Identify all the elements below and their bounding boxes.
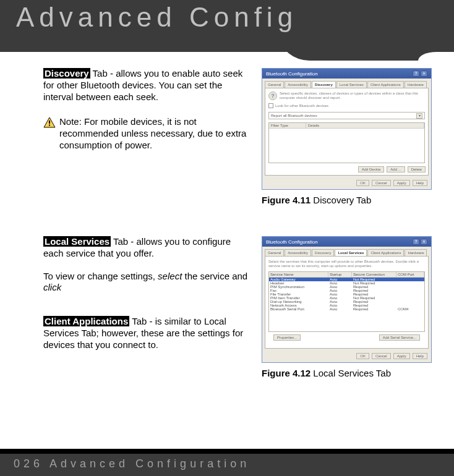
dialog-discovery: Bluetooth Configuration ? × General Acce… bbox=[262, 68, 432, 190]
dialog-footer: OK Cancel Apply Help bbox=[262, 178, 431, 189]
warning-icon bbox=[43, 117, 56, 128]
services-header: Service Name Startup Secure Connection C… bbox=[269, 272, 424, 278]
tab-local-services: Local Services bbox=[336, 81, 367, 88]
dialog-hint: ? Select specific devices, classes of de… bbox=[268, 91, 425, 100]
page-header: Advanced Config bbox=[0, 0, 454, 52]
combo-report: Report all Bluetooth devices ▾ bbox=[268, 112, 425, 119]
add-device-button: Add Device bbox=[358, 166, 385, 172]
dialog-footer-2: OK Cancel Apply Help bbox=[262, 351, 431, 362]
dialog-title-text: Bluetooth Configuration bbox=[266, 71, 318, 77]
col-details: Details bbox=[306, 123, 424, 128]
filter-list: Filter Type Details bbox=[268, 122, 425, 163]
help-icon: ? bbox=[413, 70, 419, 77]
local-paragraph: Local Services Tab - allows you to confi… bbox=[43, 236, 231, 258]
section-discovery: Discovery Tab - allows you to enable aut… bbox=[43, 68, 439, 205]
close-icon: × bbox=[421, 70, 427, 77]
instr-click: click bbox=[43, 282, 61, 292]
local-instruction: To view or change settings, select the s… bbox=[43, 271, 251, 294]
dialog-titlebar: Bluetooth Configuration ? × bbox=[262, 69, 431, 79]
svg-rect-2 bbox=[49, 125, 50, 126]
tab-general: General bbox=[265, 81, 284, 88]
figure-caption-local: Figure 4.12 Local Services Tab bbox=[262, 368, 432, 378]
help-button-2: Help bbox=[413, 353, 427, 359]
tab-accessibility: Accessibility bbox=[285, 81, 311, 88]
tab-discovery-2: Discovery bbox=[312, 249, 334, 256]
dialog-tabs-2: General Accessibility Discovery Local Se… bbox=[262, 247, 431, 256]
local-tag: Local Services bbox=[43, 236, 111, 247]
checkbox-icon bbox=[268, 103, 273, 108]
tab-accessibility-2: Accessibility bbox=[285, 249, 311, 256]
services-table: Service Name Startup Secure Connection C… bbox=[268, 271, 425, 332]
filter-list-header: Filter Type Details bbox=[269, 123, 424, 129]
discovery-note-text: Note: For mobile devices, it is not reco… bbox=[59, 116, 251, 151]
tab-local-services-2: Local Services bbox=[335, 249, 367, 256]
checkbox-label: Look for other Bluetooth devices bbox=[275, 104, 328, 108]
instr-mid: the service and bbox=[182, 271, 247, 281]
instr-pre: To view or change settings, bbox=[43, 271, 158, 281]
page-title: Advanced Config bbox=[0, 0, 454, 33]
dialog-inner-buttons-2: Properties... Add Serial Service... bbox=[268, 332, 425, 342]
dialog-title-text-2: Bluetooth Configuration bbox=[266, 239, 318, 245]
svg-rect-1 bbox=[49, 121, 50, 124]
dialog-local-services: Bluetooth Configuration ? × General Acce… bbox=[262, 236, 432, 363]
header-curve bbox=[281, 37, 454, 61]
hint-icon: ? bbox=[268, 91, 277, 100]
delete-button: Delete bbox=[408, 166, 426, 172]
tab-discovery: Discovery bbox=[312, 81, 336, 88]
caption-bold: Figure 4.11 bbox=[262, 195, 311, 205]
client-paragraph: Client Applications Tab - is similar to … bbox=[43, 316, 251, 351]
dialog-inner-buttons: Add Device Add ... Delete bbox=[358, 166, 426, 172]
dialog-title-buttons: ? × bbox=[413, 70, 427, 77]
discovery-paragraph: Discovery Tab - allows you to enable aut… bbox=[43, 68, 242, 102]
dialog-body: ? Select specific devices, classes of de… bbox=[265, 88, 429, 176]
cancel-button: Cancel bbox=[372, 180, 391, 186]
services-rows: Audio GatewayAutoNot RequiredHeadsetAuto… bbox=[269, 278, 424, 311]
tab-hardware-2: Hardware bbox=[405, 249, 427, 256]
col-filter-type: Filter Type bbox=[269, 123, 306, 128]
properties-button: Properties... bbox=[273, 334, 301, 341]
local-text: Local Services Tab - allows you to confi… bbox=[43, 236, 251, 351]
figure-local-services: Bluetooth Configuration ? × General Acce… bbox=[262, 236, 432, 378]
col-service-name: Service Name bbox=[269, 272, 328, 277]
discovery-note: Note: For mobile devices, it is not reco… bbox=[43, 116, 251, 151]
hint-text-2: Select the services that this computer w… bbox=[268, 260, 425, 268]
table-row: Bluetooth Serial PortAutoRequiredCOM4 bbox=[269, 307, 424, 311]
cancel-button-2: Cancel bbox=[372, 353, 391, 359]
discovery-text: Discovery Tab - allows you to enable aut… bbox=[43, 68, 251, 151]
section-local-services: Local Services Tab - allows you to confi… bbox=[43, 236, 439, 378]
hint-text: Select specific devices, classes of devi… bbox=[280, 91, 425, 100]
caption-text: Discovery Tab bbox=[311, 195, 371, 205]
ok-button-2: OK bbox=[356, 353, 369, 359]
dialog-body-2: Select the services that this computer w… bbox=[265, 256, 429, 349]
add-button: Add ... bbox=[387, 166, 405, 172]
help-button: Help bbox=[413, 180, 427, 186]
page-footer: 026 Advanced Configuration bbox=[0, 454, 454, 476]
dialog-title-buttons-2: ? × bbox=[413, 239, 427, 245]
figure-discovery: Bluetooth Configuration ? × General Acce… bbox=[262, 68, 432, 205]
tab-client-apps-2: Client Applications bbox=[367, 249, 404, 256]
ok-button: OK bbox=[356, 180, 369, 186]
col-secure: Secure Connection bbox=[352, 272, 396, 277]
figure-caption-discovery: Figure 4.11 Discovery Tab bbox=[262, 195, 432, 205]
tab-general-2: General bbox=[265, 249, 284, 256]
dialog-tabs: General Accessibility Discovery Local Se… bbox=[262, 79, 431, 88]
combo-text: Report all Bluetooth devices bbox=[271, 114, 317, 117]
apply-button-2: Apply bbox=[393, 353, 410, 359]
caption-bold-2: Figure 4.12 bbox=[262, 368, 311, 378]
tab-hardware: Hardware bbox=[405, 81, 427, 88]
add-serial-service-button: Add Serial Service... bbox=[379, 334, 420, 341]
col-com: COM Port bbox=[396, 272, 424, 277]
col-startup: Startup bbox=[328, 272, 352, 277]
dialog-hint-2: Select the services that this computer w… bbox=[268, 260, 425, 268]
chevron-down-icon: ▾ bbox=[416, 113, 422, 119]
instr-select: select bbox=[158, 271, 182, 281]
client-tag: Client Applications bbox=[43, 316, 129, 326]
tab-client-apps: Client Applications bbox=[367, 81, 404, 88]
help-icon-2: ? bbox=[413, 239, 419, 245]
close-icon-2: × bbox=[421, 239, 427, 245]
page-content: Discovery Tab - allows you to enable aut… bbox=[0, 52, 454, 441]
dialog-titlebar-2: Bluetooth Configuration ? × bbox=[262, 237, 431, 247]
discovery-tag: Discovery bbox=[43, 68, 90, 79]
caption-text-2: Local Services Tab bbox=[311, 368, 391, 378]
checkbox-row: Look for other Bluetooth devices bbox=[268, 103, 425, 108]
